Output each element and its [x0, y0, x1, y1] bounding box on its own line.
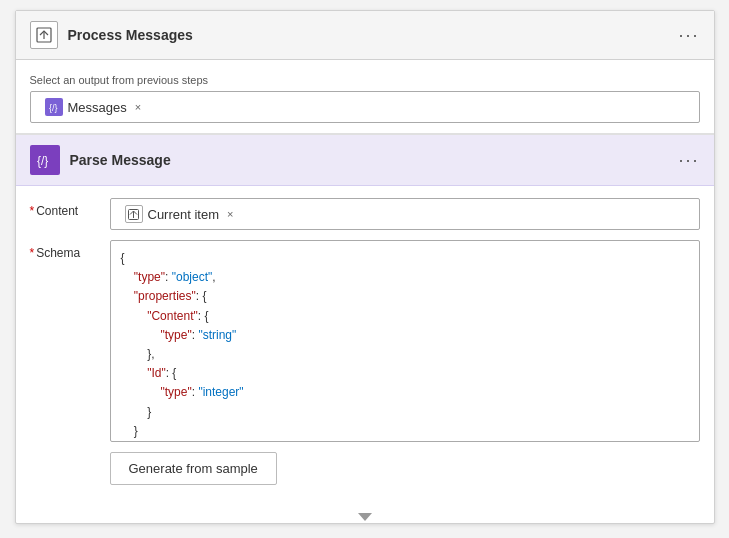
- current-item-close[interactable]: ×: [227, 208, 233, 220]
- content-row-content: Current item ×: [110, 198, 700, 230]
- svg-text:{/}: {/}: [37, 154, 48, 168]
- parse-dots-menu[interactable]: ···: [678, 151, 699, 169]
- process-messages-header: Process Messages ···: [16, 11, 714, 60]
- messages-token-close[interactable]: ×: [135, 101, 141, 113]
- schema-scroll[interactable]: { "type": "object", "properties": { "Con…: [111, 241, 699, 441]
- code-line-2: "properties": {: [121, 287, 689, 306]
- svg-text:{/}: {/}: [49, 103, 58, 113]
- code-line-9: }: [121, 422, 689, 441]
- generate-from-sample-button[interactable]: Generate from sample: [110, 452, 277, 485]
- process-icon-box: [30, 21, 58, 49]
- messages-token-input[interactable]: {/} Messages ×: [30, 91, 700, 123]
- schema-row-content: { "type": "object", "properties": { "Con…: [110, 240, 700, 485]
- parse-icon-box: {/}: [30, 145, 60, 175]
- schema-required: *: [30, 246, 35, 260]
- messages-token-label: Messages: [68, 100, 127, 115]
- loop-icon: [36, 27, 52, 43]
- code-line-1: "type": "object",: [121, 268, 689, 287]
- generate-btn-row: Generate from sample: [110, 452, 700, 485]
- bottom-arrow-container: [16, 507, 714, 523]
- code-line-7: "type": "integer": [121, 383, 689, 402]
- content-label: *Content: [30, 198, 110, 218]
- code-line-8: }: [121, 403, 689, 422]
- code-line-3: "Content": {: [121, 307, 689, 326]
- content-row: *Content Current item: [30, 198, 700, 230]
- schema-row: *Schema { "type": "object", "properties"…: [30, 240, 700, 485]
- messages-token-icon: {/}: [45, 98, 63, 116]
- code-line-5: },: [121, 345, 689, 364]
- schema-label: *Schema: [30, 240, 110, 260]
- code-line-6: "Id": {: [121, 364, 689, 383]
- code-line-0: {: [121, 249, 689, 268]
- current-item-chip: Current item ×: [119, 203, 240, 225]
- main-container: Process Messages ··· Select an output fr…: [15, 10, 715, 524]
- content-required: *: [30, 204, 35, 218]
- parse-fx-icon: {/}: [36, 151, 54, 169]
- parse-message-section: {/} Parse Message ··· *Content: [16, 133, 714, 507]
- code-line-4: "type": "string": [121, 326, 689, 345]
- content-token-input[interactable]: Current item ×: [110, 198, 700, 230]
- current-item-icon: [125, 205, 143, 223]
- schema-editor[interactable]: { "type": "object", "properties": { "Con…: [110, 240, 700, 442]
- process-title: Process Messages: [68, 27, 193, 43]
- current-item-label: Current item: [148, 207, 220, 222]
- select-output-label: Select an output from previous steps: [30, 74, 700, 86]
- select-output-section: Select an output from previous steps {/}…: [16, 60, 714, 133]
- process-header-left: Process Messages: [30, 21, 193, 49]
- parse-title: Parse Message: [70, 152, 171, 168]
- arrow-down-icon: [358, 513, 372, 521]
- fx-icon: {/}: [48, 101, 60, 113]
- parse-body: *Content Current item: [16, 186, 714, 507]
- process-dots-menu[interactable]: ···: [678, 26, 699, 44]
- parse-message-header: {/} Parse Message ···: [16, 135, 714, 186]
- messages-token-chip: {/} Messages ×: [39, 96, 148, 118]
- loop-small-icon: [128, 209, 139, 220]
- parse-header-left: {/} Parse Message: [30, 145, 171, 175]
